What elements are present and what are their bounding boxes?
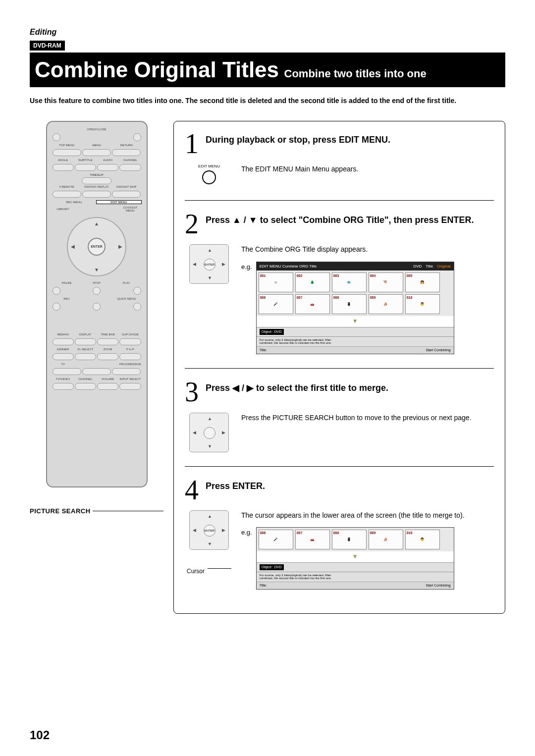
remote-button: [82, 149, 111, 156]
remote-button: [82, 177, 111, 184]
osd-thumb: 007🚗: [295, 294, 330, 314]
step-4: 4 Press ENTER. ▲ ▼ ◀ ▶ ENTER Cursor: [185, 478, 494, 590]
arrow-right-icon: ▶: [222, 528, 225, 533]
remote-button: [53, 287, 60, 295]
step-1: 1 During playback or stop, press EDIT ME…: [185, 131, 494, 186]
arrow-down-icon: ▼: [257, 551, 454, 562]
remote-button: [112, 368, 141, 375]
remote-button: [97, 383, 118, 390]
remote-button: [97, 338, 118, 345]
osd-thumb: 004🐕: [369, 272, 403, 292]
remote-button: [53, 338, 74, 345]
step-title: Press ◀ / ▶ to select the first title to…: [206, 379, 388, 394]
step-number: 4: [185, 478, 199, 502]
arrow-up-icon: ▲: [208, 416, 212, 421]
remote-label: CONTENT MENU: [119, 206, 141, 212]
step-description: The cursor appears in the lower area of …: [241, 510, 494, 520]
divider: [185, 466, 494, 467]
remote-button: [97, 164, 118, 171]
remote-label: TOP MENU: [52, 144, 82, 147]
arrow-up-icon: ▲: [208, 514, 212, 519]
main-content: OPEN/CLOSE TOP MENUMENURETURN ANGLESUBTI…: [30, 121, 505, 614]
osd-message: For source, only 2 titles(original) can …: [260, 574, 344, 580]
osd-message: For source, only 2 titles(original) can …: [260, 338, 344, 345]
osd-thumb: 001☺: [259, 272, 293, 292]
edit-menu-button-icon: EDIT MENU: [187, 164, 231, 186]
step-number: 3: [185, 379, 199, 404]
divider: [185, 200, 494, 201]
step-3: 3 Press ◀ / ▶ to select the first title …: [185, 379, 494, 452]
osd-object-label: Object : DVD: [260, 329, 284, 335]
arrow-left-icon: ◀: [193, 262, 196, 267]
remote-button: [82, 368, 111, 375]
osd-header-original: Original: [437, 264, 451, 270]
remote-label: REC MENU: [52, 201, 97, 204]
remote-label: PAUSE: [52, 281, 82, 284]
osd-thumb: 003🐟: [332, 272, 367, 292]
remote-button: [133, 287, 141, 295]
remote-label: SUBTITLE: [74, 159, 97, 162]
remote-label: MENU: [82, 144, 111, 147]
arrow-down-icon: ▼: [257, 316, 454, 326]
osd-example-2: 006🎤 007🚗 008📱 009⛵ 010👨 ▼ Object : DVD: [256, 527, 454, 590]
enter-icon: ENTER: [204, 525, 215, 537]
remote-button: [53, 353, 74, 360]
remote-label: REC: [52, 297, 82, 300]
cursor-label: Cursor: [187, 563, 205, 575]
remote-label-highlight: EDIT MENU: [96, 200, 142, 204]
remote-button: [119, 164, 141, 171]
step-description: The EDIT MENU Main Menu appears.: [241, 164, 494, 174]
osd-thumb: 007🚗: [295, 530, 330, 549]
remote-label: CHANNEL: [119, 159, 141, 162]
remote-button: [75, 164, 96, 171]
remote-button: [53, 191, 81, 198]
step-title: Press ▲ / ▼ to select "Combine ORG Title…: [206, 212, 474, 226]
remote-button: [133, 303, 141, 311]
dpad-icon: ▲ ▼ ◀ ▶: [187, 413, 231, 452]
remote-label: DIMMER: [52, 348, 74, 351]
osd-thumb: 010👨: [405, 294, 440, 314]
osd-thumb: 008📱: [332, 294, 367, 314]
step-number: 1: [185, 131, 199, 156]
arrow-down-icon: ▼: [208, 541, 212, 546]
arrow-up-icon: ▲: [208, 248, 212, 253]
osd-thumb: 005👧: [405, 272, 440, 292]
remote-label: PLAY: [111, 281, 141, 284]
remote-illustration: OPEN/CLOSE TOP MENUMENURETURN ANGLESUBTI…: [46, 121, 148, 487]
remote-button: [53, 133, 60, 141]
arrow-down-icon: ▼: [208, 444, 212, 449]
osd-header-title: Title: [426, 264, 433, 270]
step-description: Press the PICTURE SEARCH button to move …: [241, 413, 494, 423]
section-label: Editing: [30, 28, 505, 37]
remote-label: PROGRESSIVE: [119, 363, 141, 366]
remote-label: ZOOM: [97, 348, 119, 351]
osd-thumb: 006🎤: [259, 294, 293, 314]
remote-button: [93, 303, 101, 311]
remote-label: AUDIO: [97, 159, 119, 162]
step-description: The Combine ORG Title display appears.: [241, 244, 494, 254]
enter-icon: [204, 427, 215, 439]
arrow-up-icon: ▲: [94, 221, 99, 226]
remote-label: TV: [52, 363, 74, 366]
osd-header-dvd: DVD: [413, 264, 422, 270]
osd-example-1: EDIT MENU Combine ORG Title DVD Title Or…: [256, 262, 454, 354]
osd-thumb: 009⛵: [369, 294, 403, 314]
arrow-right-icon: ▶: [222, 430, 225, 435]
remote-label: FL SELECT: [74, 348, 97, 351]
media-tag: DVD-RAM: [30, 41, 65, 51]
remote-label: RETURN: [111, 144, 141, 147]
step-number: 2: [185, 212, 199, 236]
remote-label: DISPLAY: [74, 333, 97, 336]
remote-label: INSTANT REPLAY: [82, 185, 111, 188]
remote-label: STOP: [82, 281, 111, 284]
remote-label: P in P: [119, 348, 141, 351]
remote-button: [53, 164, 74, 171]
osd-thumb: 002🌲: [295, 272, 330, 292]
osd-title-label: Title:: [260, 583, 267, 588]
dpad-icon: ▲ ▼ ◀ ▶ ENTER Cursor: [187, 510, 231, 575]
remote-label: TIME BAR: [97, 333, 119, 336]
arrow-right-icon: ▶: [222, 262, 225, 267]
osd-thumb: 010👨: [405, 530, 440, 549]
remote-button: [53, 149, 81, 156]
remote-enter-button: ENTER: [88, 238, 106, 256]
